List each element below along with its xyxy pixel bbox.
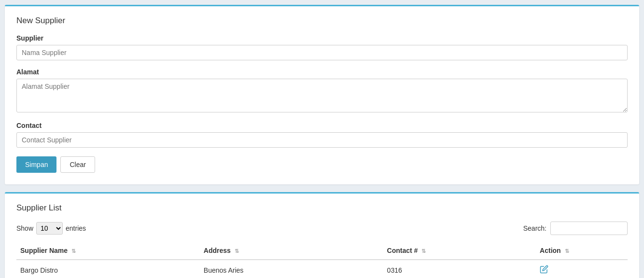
table-row: Bargo DistroBuenos Aries0316 — [16, 260, 628, 278]
col-header-address[interactable]: Address ⇅ — [200, 242, 383, 260]
contact-input[interactable] — [16, 132, 628, 148]
search-group: Search: — [523, 222, 628, 235]
table-header-row: Supplier Name ⇅ Address ⇅ Contact # ⇅ Ac… — [16, 242, 628, 260]
col-header-supplier-name[interactable]: Supplier Name ⇅ — [16, 242, 200, 260]
supplier-list-title: Supplier List — [16, 203, 628, 213]
contact-label: Contact — [16, 122, 628, 129]
form-actions: Simpan Clear — [16, 156, 628, 173]
entries-select[interactable]: 10 25 50 100 — [36, 222, 63, 235]
cell-action — [536, 260, 628, 278]
cell-contact: 0316 — [383, 260, 536, 278]
datatable-controls: Show 10 25 50 100 entries Search: — [16, 222, 628, 235]
contact-field-group: Contact — [16, 122, 628, 148]
col-header-contact[interactable]: Contact # ⇅ — [383, 242, 536, 260]
simpan-button[interactable]: Simpan — [16, 156, 56, 173]
supplier-field-group: Supplier — [16, 34, 628, 60]
edit-button[interactable] — [540, 267, 548, 275]
show-label: Show — [16, 224, 33, 232]
alamat-field-group: Alamat — [16, 68, 628, 114]
entries-label: entries — [66, 224, 86, 232]
supplier-list-card: Supplier List Show 10 25 50 100 entries … — [5, 192, 639, 278]
sort-icon-action: ⇅ — [565, 248, 569, 254]
cell-address: Buenos Aries — [200, 260, 383, 278]
alamat-input[interactable] — [16, 79, 628, 112]
sort-icon-supplier-name: ⇅ — [71, 248, 76, 254]
sort-icon-contact: ⇅ — [421, 248, 426, 254]
col-header-action[interactable]: Action ⇅ — [536, 242, 628, 260]
supplier-table: Supplier Name ⇅ Address ⇅ Contact # ⇅ Ac… — [16, 242, 628, 278]
sort-icon-address: ⇅ — [235, 248, 239, 254]
new-supplier-card: New Supplier Supplier Alamat Contact Sim… — [5, 5, 639, 184]
new-supplier-title: New Supplier — [16, 16, 628, 26]
search-label: Search: — [523, 224, 546, 232]
clear-button[interactable]: Clear — [60, 156, 95, 173]
search-input[interactable] — [550, 222, 628, 235]
cell-supplier-name: Bargo Distro — [16, 260, 200, 278]
alamat-label: Alamat — [16, 68, 628, 76]
supplier-label: Supplier — [16, 34, 628, 42]
supplier-input[interactable] — [16, 45, 628, 60]
show-entries-group: Show 10 25 50 100 entries — [16, 222, 86, 235]
